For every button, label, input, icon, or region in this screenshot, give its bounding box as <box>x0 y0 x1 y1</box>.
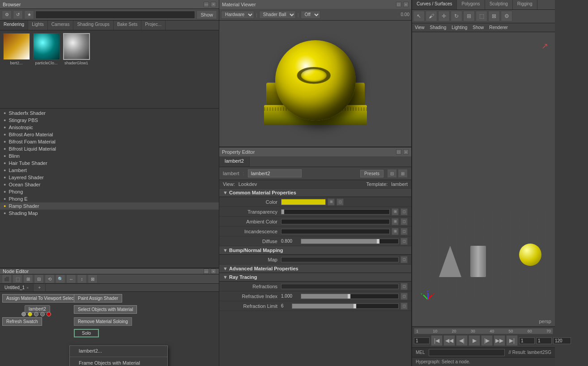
list-item-layered[interactable]: ● Layered Shader <box>0 174 219 181</box>
section-raytracing[interactable]: ▼ Ray Tracing <box>219 273 411 282</box>
viewer-close-btn[interactable]: × <box>403 2 409 7</box>
list-item-shading-map[interactable]: ● Shading Map <box>0 210 219 217</box>
list-item-lambert[interactable]: ● Lambert <box>0 167 219 174</box>
map-field[interactable] <box>281 257 399 262</box>
list-item-bifrost-liquid[interactable]: ● Bifrost Liquid Material <box>0 145 219 152</box>
tool-scale[interactable]: ⊞ <box>463 11 475 21</box>
timeline-track[interactable]: 1 10 20 30 40 50 60 70 <box>414 328 553 334</box>
node-editor-close-btn[interactable]: × <box>211 269 216 274</box>
section-common[interactable]: ▼ Common Material Properties <box>219 189 411 197</box>
tab-shading-groups[interactable]: Shading Groups <box>73 21 113 30</box>
menu-show[interactable]: Show <box>471 25 486 30</box>
shader-name-input[interactable]: lambert2 <box>248 169 302 177</box>
ambient-extra-btn[interactable]: ⊞ <box>392 218 399 225</box>
node-canvas[interactable]: Assign Material To Viewport Selection Pa… <box>0 292 219 366</box>
play-fwd-btn[interactable]: ▶▶ <box>494 335 505 346</box>
ne-btn-8[interactable]: ↕ <box>77 274 87 283</box>
ambient-map-btn[interactable]: ◻ <box>401 218 408 225</box>
browser-minimize-btn[interactable]: — <box>204 2 209 7</box>
refractions-slider[interactable] <box>281 284 399 289</box>
refr-index-slider[interactable] <box>301 294 399 299</box>
show-button[interactable]: Show <box>196 10 217 19</box>
viewer-display-select[interactable]: Shader Ball Sphere <box>259 11 296 19</box>
transparency-slider[interactable] <box>281 209 390 215</box>
incan-extra-btn[interactable]: ⊞ <box>392 228 399 235</box>
swatch-shaderglow1[interactable]: shaderGlow1 <box>62 32 91 68</box>
list-item-stingray[interactable]: ● Stingray PBS <box>0 117 219 124</box>
refresh-swatch-btn[interactable]: Refresh Swatch <box>2 317 42 326</box>
refr-limit-slider[interactable] <box>292 303 399 309</box>
red-arrow-indicator[interactable]: ↗ <box>541 41 548 51</box>
tool-lasso[interactable]: ⊠ <box>488 11 500 21</box>
diffuse-slider[interactable] <box>301 239 399 244</box>
swatch-particleclo[interactable]: particleClo... <box>32 32 61 68</box>
play-start-btn[interactable]: |◀ <box>431 335 443 346</box>
tool-move[interactable]: ✛ <box>438 11 450 21</box>
assign-material-btn[interactable]: Assign Material To Viewport Selection <box>2 294 85 303</box>
refr-map-btn[interactable]: ◻ <box>401 283 408 290</box>
ne-btn-2[interactable]: ⬚ <box>13 274 22 283</box>
play-step-back-btn[interactable]: ◀| <box>456 335 468 346</box>
ne-btn-6[interactable]: 🔍 <box>55 274 65 283</box>
section-advanced[interactable]: ▼ Advanced Material Properties <box>219 265 411 273</box>
list-item-blinn[interactable]: ● Blinn <box>0 152 219 160</box>
toolbar-icon-btn-1[interactable]: ⚙ <box>2 10 12 19</box>
play-btn[interactable]: ▶ <box>469 335 480 346</box>
refr-limit-map-btn[interactable]: ◻ <box>401 303 408 310</box>
list-item-phong-e[interactable]: ● Phong E <box>0 195 219 202</box>
play-step-fwd-btn[interactable]: |▶ <box>481 335 493 346</box>
tool-select[interactable]: ↖ <box>413 11 425 21</box>
tab-bake-sets[interactable]: Bake Sets <box>114 21 142 30</box>
menu-shading[interactable]: Shading <box>428 25 448 30</box>
tool-rotate[interactable]: ↻ <box>451 11 462 21</box>
prop-icon-btn-1[interactable]: ⊟ <box>387 169 397 178</box>
viewer-minimize-btn[interactable]: □ <box>396 2 401 7</box>
color-map-btn[interactable]: ◻ <box>337 198 344 206</box>
select-objects-btn[interactable]: Select Objects with Material <box>74 305 137 314</box>
ne-btn-4[interactable]: ⊟ <box>34 274 44 283</box>
viewport-3d[interactable]: persp X Y Z ↗ <box>412 32 555 326</box>
list-item-shaderfx[interactable]: ● Shaderfx Shader <box>0 109 219 117</box>
play-back-btn[interactable]: ◀◀ <box>443 335 455 346</box>
menu-renderer[interactable]: Renderer <box>487 25 510 30</box>
menu-lighting[interactable]: Lighting <box>450 25 469 30</box>
refr-index-map-btn[interactable]: ◻ <box>401 293 408 300</box>
prop-minimize-btn[interactable]: □ <box>396 149 401 155</box>
trans-map-btn[interactable]: ◻ <box>401 208 408 215</box>
tab-curves-surfaces[interactable]: Curves / Surfaces <box>412 0 457 9</box>
tab-cameras[interactable]: Cameras <box>48 21 74 30</box>
node-tab-add[interactable]: + <box>34 284 46 291</box>
ne-btn-7[interactable]: ↔ <box>66 274 76 283</box>
tool-settings[interactable]: ⚙ <box>501 11 512 21</box>
list-item-ocean[interactable]: ● Ocean Shader <box>0 181 219 188</box>
prop-icon-btn-2[interactable]: ⊞ <box>398 169 408 178</box>
color-swatch[interactable] <box>281 199 326 205</box>
mel-input[interactable] <box>429 349 505 356</box>
menu-view[interactable]: View <box>413 25 426 30</box>
tool-extrude[interactable]: ⬚ <box>476 11 487 21</box>
list-item-phong[interactable]: ● Phong <box>0 188 219 195</box>
prop-close-btn[interactable]: × <box>403 149 409 155</box>
list-item-ramp[interactable]: ● Ramp Shader <box>0 202 219 210</box>
tab-lights[interactable]: Lights <box>28 21 48 30</box>
prop-tab-lambert2[interactable]: lambert2 <box>219 156 250 167</box>
list-item-bifrost-foam[interactable]: ● Bifrost Foam Material <box>0 138 219 145</box>
tab-sculpting[interactable]: Sculpting <box>485 0 513 9</box>
node-editor-minimize-btn[interactable]: — <box>204 269 209 274</box>
timeline-current[interactable]: 1 <box>519 337 535 344</box>
list-item-bifrost-aero[interactable]: ● Bifrost Aero Material <box>0 131 219 138</box>
section-bump[interactable]: ▼ Bump/Normal Mapping <box>219 246 411 255</box>
viewer-mode-select[interactable]: Hardware Software <box>221 11 254 19</box>
tab-rendering[interactable]: Rendering <box>0 21 28 30</box>
timeline-end[interactable]: 1 <box>536 337 552 344</box>
ne-btn-1[interactable]: ⬛ <box>2 274 12 283</box>
ctx-frame-objects[interactable]: Frame Objects with Material <box>70 358 167 366</box>
swatch-bert2[interactable]: bert2... <box>2 32 31 68</box>
trans-extra-btn[interactable]: ⊞ <box>392 208 399 215</box>
tab-close-btn[interactable]: × <box>26 286 29 290</box>
toolbar-icon-btn-3[interactable]: ★ <box>24 10 34 19</box>
solo-btn[interactable]: Solo <box>74 329 99 337</box>
incandescence-slider[interactable] <box>281 229 390 234</box>
toolbar-icon-btn-2[interactable]: ↺ <box>13 10 23 19</box>
browser-close-btn[interactable]: × <box>211 2 216 7</box>
